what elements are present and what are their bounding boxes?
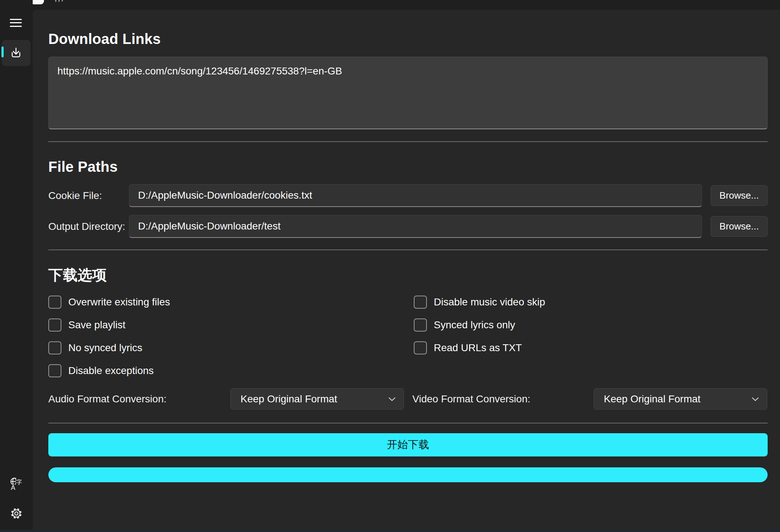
video-format-label: Video Format Conversion: [412,388,530,410]
content-panel: Download Links https://music.apple.com/c… [33,10,780,532]
hamburger-icon [10,19,22,27]
selected-indicator [1,46,4,57]
checkbox-box[interactable] [48,364,61,377]
download-progress-bar [48,467,768,482]
checkbox-synced-lyrics-only[interactable]: Synced lyrics only [414,318,545,332]
audio-format-dropdown[interactable]: Keep Original Format [230,388,404,410]
settings-button[interactable] [5,504,28,523]
checkbox-disable-exceptions[interactable]: Disable exceptions [48,364,170,377]
options-checkbox-grid: Overwrite existing files Save playlist N… [48,296,768,378]
checkbox-save-playlist[interactable]: Save playlist [48,318,170,332]
titlebar-text-remnant [55,0,56,2]
divider [48,141,768,142]
titlebar-text-remnant [62,0,63,1]
cookie-file-label: Cookie File: [48,190,129,202]
output-browse-button[interactable]: Browse... [711,216,768,237]
checkbox-box[interactable] [414,296,427,309]
checkbox-box[interactable] [48,341,61,354]
divider [48,423,768,423]
sidebar: 字 A [0,0,33,532]
checkbox-no-synced-lyrics[interactable]: No synced lyrics [48,341,170,354]
download-options-title: 下载选项 [48,266,768,284]
svg-text:字: 字 [16,479,22,486]
app-window: 字 A Download Links https://music.apple.c… [0,0,780,532]
progress-fill [48,467,768,482]
menu-toggle-button[interactable] [5,14,28,32]
svg-text:A: A [11,484,15,491]
cookie-file-input[interactable] [129,184,702,207]
gear-icon [9,506,24,521]
chevron-down-icon [388,397,396,401]
chevron-down-icon [752,397,759,401]
start-download-button[interactable]: 开始下载 [48,433,768,456]
translate-icon: 字 A [9,477,23,491]
sidebar-item-download[interactable] [2,40,31,66]
file-paths-title: File Paths [48,158,768,175]
checkbox-box[interactable] [414,318,427,332]
cookie-file-row: Cookie File: Browse... [48,184,768,207]
checkbox-column-right: Disable music video skip Synced lyrics o… [414,296,545,354]
window-bottom-edge [0,530,780,532]
language-button[interactable]: 字 A [5,474,28,493]
checkbox-box[interactable] [48,318,61,332]
output-directory-row: Output Directory: Browse... [48,215,768,238]
video-format-dropdown[interactable]: Keep Original Format [594,388,767,410]
audio-format-value: Keep Original Format [241,393,337,405]
checkbox-column-left: Overwrite existing files Save playlist N… [48,296,170,377]
checkbox-box[interactable] [48,296,61,309]
checkbox-box[interactable] [414,341,427,354]
checkbox-overwrite-existing-files[interactable]: Overwrite existing files [48,296,170,309]
titlebar-text-remnant [58,0,60,2]
audio-format-label: Audio Format Conversion: [48,388,166,410]
cookie-browse-button[interactable]: Browse... [711,185,768,206]
output-directory-input[interactable] [129,215,702,238]
download-icon [10,47,22,59]
download-links-title: Download Links [48,30,768,48]
format-conversion-row: Audio Format Conversion: Keep Original F… [48,388,768,410]
checkbox-read-urls-as-txt[interactable]: Read URLs as TXT [414,341,545,354]
output-directory-label: Output Directory: [48,221,129,232]
divider [48,249,768,250]
checkbox-disable-music-video-skip[interactable]: Disable music video skip [414,296,545,309]
video-format-value: Keep Original Format [604,393,700,405]
download-links-input[interactable]: https://music.apple.com/cn/song/123456/1… [48,57,768,129]
